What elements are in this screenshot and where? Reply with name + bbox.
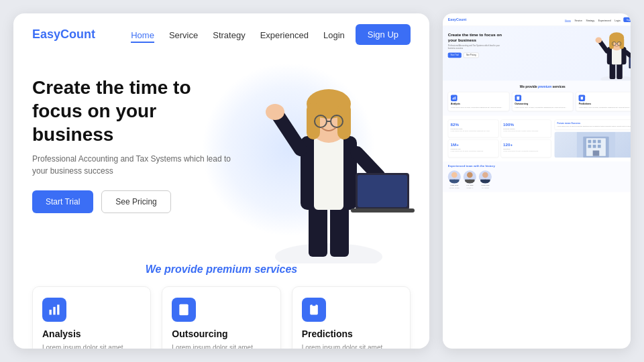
mini-analysis-icon — [451, 95, 458, 101]
mini-building-image — [555, 132, 631, 158]
analysis-text: Lorem ipsum dolor sit amet, consectetur — [42, 343, 141, 349]
start-trial-button[interactable]: Start Trial — [32, 190, 93, 213]
svg-rect-2 — [330, 203, 349, 257]
logo-blue: Count — [60, 27, 95, 41]
service-card-outsourcing: Outsourcing Lorem ipsum dolor sit amet, … — [162, 286, 280, 349]
mini-stat-desc-3: Lorem ipsum dolor sit amet, consectetur … — [451, 150, 496, 152]
outsourcing-icon — [172, 298, 196, 322]
mini-pricing-button: See Pricing — [464, 52, 479, 58]
mini-predictions-title: Predictions — [579, 103, 631, 105]
mini-member-role-3: Mgr. Startups — [482, 187, 489, 188]
mini-analysis-title: Analysis — [451, 103, 506, 105]
hero-headline: Create the time to focus on your busines… — [32, 76, 233, 146]
nav-item-home[interactable]: Home — [131, 29, 154, 41]
mini-nav-experienced: Experienced — [598, 17, 611, 23]
nav-item-login[interactable]: Login — [323, 29, 345, 41]
svg-point-43 — [596, 38, 602, 44]
hero-section: Create the time to focus on your busines… — [13, 56, 429, 257]
mini-nav-login: Login — [614, 17, 620, 23]
nav-item-experienced[interactable]: Experienced — [260, 29, 309, 41]
svg-rect-37 — [609, 38, 614, 49]
svg-rect-4 — [314, 136, 343, 210]
svg-rect-71 — [449, 180, 459, 184]
page-wrapper: EasyCount Home Service Strategy Experien… — [0, 0, 644, 362]
hero-image — [241, 49, 416, 263]
see-pricing-button[interactable]: See Pricing — [101, 190, 170, 213]
mini-hero-subtext: Professional Accounting and Tax Systems … — [448, 44, 506, 50]
outsourcing-text: Lorem ipsum dolor sit amet, consectetur — [172, 343, 270, 349]
signup-button[interactable]: Sign Up — [356, 24, 411, 45]
mini-stat-industries: 120+ Industries Lorem ipsum dolor sit am… — [500, 139, 551, 158]
mini-card-analysis: Analysis Lorem ipsum dolor sit amet, con… — [448, 92, 510, 111]
nav-links: Home Service Strategy Experienced Login — [131, 29, 345, 41]
outsourcing-title: Outsourcing — [172, 328, 270, 339]
mini-predictions-icon — [579, 95, 586, 101]
mini-nav-service: Service — [575, 17, 582, 23]
mini-analysis-text: Lorem ipsum dolor sit amet, consectetur … — [451, 106, 506, 108]
svg-point-69 — [451, 172, 458, 178]
mini-stat-val-3: 1M+ — [451, 142, 496, 147]
mini-navbar: EasyCount Home Service Strategy Experien… — [443, 13, 631, 26]
svg-rect-49 — [455, 97, 455, 99]
book-icon — [177, 303, 191, 316]
mini-services: We provide premium services Analysis Lor… — [443, 80, 631, 115]
mini-stat-val-2: 100% — [503, 122, 549, 127]
mini-future-desc: Lorem ipsum dolor sit amet consectetur a… — [557, 125, 631, 127]
mini-stat-desc-1: Lorem ipsum dolor sit amet, consectetur … — [451, 130, 496, 132]
mini-avatar-2: L.B. Silva Manager, IT — [464, 170, 476, 188]
mini-outsourcing-icon — [515, 95, 521, 101]
mini-team-section: Experienced team with the history Craig … — [443, 162, 631, 192]
hero-subtext: Professional Accounting and Tax Systems … — [32, 153, 233, 177]
mini-card-outsourcing: Outsourcing Lorem ipsum dolor sit amet, … — [512, 92, 574, 111]
mini-nav-strategy: Strategy — [586, 17, 595, 23]
mini-member-role-1: Manager, Strategy — [449, 187, 460, 188]
mini-stats-right: Future mean Success Lorem ipsum dolor si… — [555, 119, 631, 158]
svg-rect-47 — [453, 98, 453, 99]
mini-member-name-2: L.B. Silva — [466, 184, 473, 186]
mini-avatar-circle-1 — [448, 170, 461, 183]
mini-stat-val-4: 120+ — [503, 142, 549, 147]
svg-rect-74 — [465, 180, 474, 184]
svg-rect-21 — [180, 304, 189, 316]
service-cards: Analysis Lorem ipsum dolor sit amet, con… — [32, 286, 411, 349]
svg-rect-7 — [307, 103, 320, 139]
services-heading: We provide premium services — [32, 263, 411, 276]
main-card: EasyCount Home Service Strategy Experien… — [13, 13, 429, 349]
mini-hero-text: Create the time to focus on your busines… — [448, 29, 506, 80]
svg-rect-19 — [53, 307, 55, 315]
woman-svg — [241, 49, 416, 263]
mini-hero-buttons: Start Trial See Pricing — [448, 52, 506, 58]
mini-stat-conversion: 82% Conversion Rate Lorem ipsum dolor si… — [448, 119, 499, 137]
svg-point-13 — [266, 104, 284, 120]
predictions-icon — [302, 298, 326, 322]
side-preview-card: EasyCount Home Service Strategy Experien… — [443, 13, 631, 349]
mini-outsourcing-text: Lorem ipsum dolor sit amet, consectetur … — [515, 106, 570, 108]
logo-black: Easy — [32, 27, 60, 41]
mini-team-heading: Experienced team with the history — [448, 165, 631, 168]
svg-rect-38 — [620, 38, 625, 49]
mini-stats-grid: 82% Conversion Rate Lorem ipsum dolor si… — [448, 119, 551, 158]
mini-stat-label-2: Success chance — [503, 127, 549, 129]
svg-rect-8 — [337, 103, 351, 139]
svg-rect-32 — [616, 63, 623, 79]
svg-point-30 — [600, 76, 631, 80]
svg-rect-77 — [480, 180, 490, 184]
svg-rect-31 — [610, 63, 616, 79]
svg-point-0 — [275, 243, 382, 263]
mini-nav-home: Home — [565, 17, 571, 23]
hero-text: Create the time to focus on your busines… — [32, 62, 233, 257]
nav-item-strategy[interactable]: Strategy — [213, 29, 245, 41]
analysis-title: Analysis — [42, 328, 141, 339]
svg-rect-50 — [517, 97, 519, 100]
analysis-icon — [42, 298, 66, 322]
svg-rect-67 — [598, 145, 601, 148]
mini-stat-label-1: Conversion Rate — [451, 127, 496, 129]
mini-stats-section: 82% Conversion Rate Lorem ipsum dolor si… — [443, 116, 631, 162]
mini-service-cards: Analysis Lorem ipsum dolor sit amet, con… — [448, 92, 631, 111]
clipboard-icon — [307, 303, 321, 316]
logo: EasyCount — [32, 27, 95, 42]
mini-stat-individual: 1M+ Individual Use Lorem ipsum dolor sit… — [448, 139, 499, 158]
mini-hero-headline: Create the time to focus on your busines… — [448, 32, 506, 43]
nav-item-service[interactable]: Service — [169, 29, 198, 41]
mini-stat-desc-4: Lorem ipsum dolor sit amet, consectetur … — [503, 150, 549, 152]
